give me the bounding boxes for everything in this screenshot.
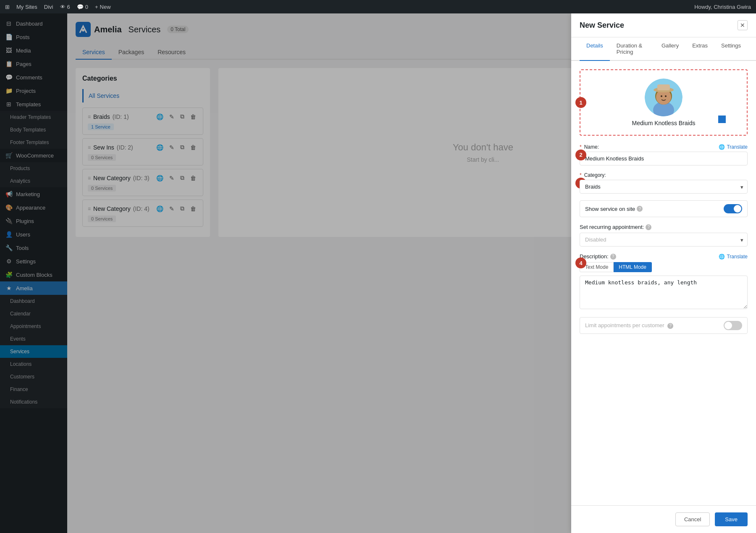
- limit-help-icon: ?: [667, 323, 673, 329]
- name-input[interactable]: [580, 152, 748, 165]
- step-2-badge: 2: [575, 150, 586, 160]
- show-on-site-help-icon: ?: [637, 206, 643, 212]
- html-mode-btn[interactable]: HTML Mode: [614, 262, 652, 272]
- limit-label: Limit appointments per customer ?: [585, 322, 724, 329]
- modal-tab-details[interactable]: Details: [580, 37, 610, 61]
- step-4-badge: 4: [575, 257, 586, 268]
- admin-bar-views[interactable]: 👁 6: [60, 4, 70, 10]
- image-name-label: Medium Knotless Braids: [589, 120, 738, 126]
- modal-close-button[interactable]: ✕: [738, 20, 748, 30]
- admin-bar-divi[interactable]: Divi: [44, 4, 53, 10]
- recurring-label: Set recurring appointment: ?: [580, 224, 748, 230]
- image-section: 1: [580, 69, 748, 136]
- step-1-badge: 1: [575, 97, 586, 108]
- cancel-button[interactable]: Cancel: [675, 512, 710, 526]
- desc-label-row: Description: ? 🌐 Translate: [580, 253, 748, 260]
- desc-translate-link[interactable]: 🌐 Translate: [719, 254, 748, 260]
- show-on-site-toggle[interactable]: [724, 204, 742, 213]
- limit-toggle[interactable]: [724, 321, 742, 330]
- service-image: [645, 79, 682, 116]
- admin-bar-my-sites[interactable]: My Sites: [16, 4, 37, 10]
- svg-point-9: [665, 95, 667, 97]
- admin-bar: ⊞ My Sites Divi 👁 6 💬 0 + New Howdy, Chr…: [0, 0, 756, 13]
- description-section: 4 Description: ? 🌐 Translate Text Mode H…: [580, 253, 748, 310]
- category-select[interactable]: Braids Sew Ins New Category: [580, 180, 748, 194]
- modal-tab-settings[interactable]: Settings: [714, 37, 748, 61]
- globe-icon: 🌐: [719, 144, 725, 150]
- admin-bar-user-greeting: Howdy, Christina Gwira: [694, 4, 751, 10]
- new-service-modal: New Service ✕ Details Duration & Pricing…: [571, 13, 756, 533]
- modal-tab-duration-pricing[interactable]: Duration & Pricing: [610, 37, 655, 61]
- recurring-row: Set recurring appointment: ? Disabled Da…: [580, 224, 748, 247]
- name-field-group: 2 * Name: 🌐 Translate: [580, 144, 748, 165]
- name-label: * Name: 🌐 Translate: [580, 144, 748, 150]
- desc-help-icon: ?: [610, 254, 616, 260]
- modal-footer: Cancel Save: [571, 505, 756, 533]
- modal-title: New Service: [580, 21, 624, 30]
- description-textarea[interactable]: Medium knotless braids, any length: [580, 276, 748, 309]
- admin-bar-wp-icon[interactable]: ⊞: [5, 4, 10, 10]
- desc-mode-buttons: Text Mode HTML Mode: [580, 262, 748, 272]
- save-button[interactable]: Save: [715, 512, 748, 526]
- limit-row: Limit appointments per customer ?: [580, 317, 748, 334]
- image-upload-area[interactable]: Medium Knotless Braids: [580, 69, 748, 136]
- modal-tab-gallery[interactable]: Gallery: [655, 37, 685, 61]
- show-on-site-label: Show service on site ?: [585, 206, 643, 212]
- category-select-wrapper: Braids Sew Ins New Category: [580, 180, 748, 194]
- modal-header: New Service ✕: [571, 13, 756, 37]
- recurring-help-icon: ?: [646, 224, 651, 230]
- name-translate-link[interactable]: 🌐 Translate: [719, 144, 748, 150]
- modal-tabs: Details Duration & Pricing Gallery Extra…: [571, 37, 756, 61]
- category-label: * Category:: [580, 172, 748, 178]
- svg-point-8: [661, 95, 662, 97]
- admin-bar-new[interactable]: + New: [95, 4, 111, 10]
- show-on-site-toggle-row: Show service on site ?: [580, 200, 748, 217]
- modal-tab-extras[interactable]: Extras: [685, 37, 714, 61]
- modal-body: 1: [571, 61, 756, 505]
- category-field-group: 3 * Category: Braids Sew Ins New Categor…: [580, 172, 748, 194]
- blue-indicator-dot: [718, 116, 726, 123]
- svg-rect-7: [657, 84, 670, 90]
- admin-bar-comments[interactable]: 💬 0: [77, 4, 88, 10]
- recurring-select-wrapper: Disabled Daily Weekly Monthly: [580, 233, 748, 247]
- recurring-select[interactable]: Disabled Daily Weekly Monthly: [580, 233, 748, 247]
- globe-icon: 🌐: [719, 254, 725, 260]
